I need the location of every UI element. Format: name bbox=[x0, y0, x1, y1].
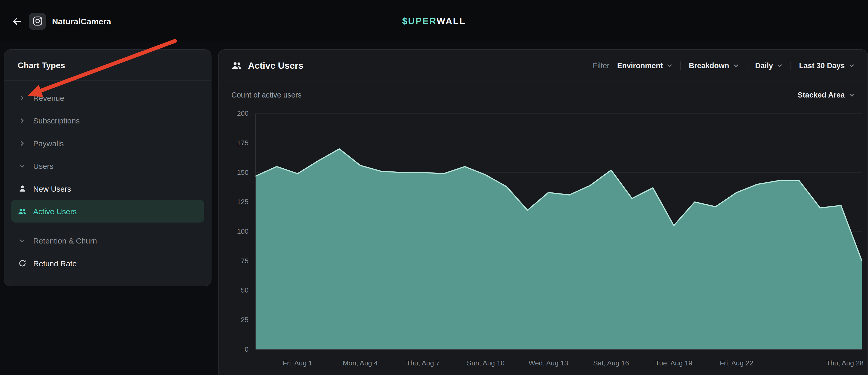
sidebar-item-label: Retention & Churn bbox=[33, 236, 97, 245]
chart-subheader: Count of active users Stacked Area bbox=[219, 82, 867, 109]
environment-dropdown[interactable]: Environment bbox=[617, 61, 673, 69]
page-title: Active Users bbox=[248, 60, 303, 71]
controls-divider bbox=[747, 61, 747, 69]
chart-panel: Active Users Filter Environment Breakdow… bbox=[218, 49, 868, 375]
sidebar-item-paywalls[interactable]: Paywalls bbox=[11, 132, 204, 155]
users-icon bbox=[18, 207, 26, 216]
sidebar-item-label: New Users bbox=[33, 184, 71, 193]
date-range-dropdown[interactable]: Last 30 Days bbox=[799, 61, 855, 69]
sidebar-item-label: Subscriptions bbox=[33, 116, 80, 125]
chevron-down-icon bbox=[667, 62, 673, 68]
users-icon bbox=[231, 61, 242, 70]
logo-suffix: WALL bbox=[437, 16, 466, 26]
filter-label: Filter bbox=[593, 61, 609, 69]
sidebar-item-active-users[interactable]: Active Users bbox=[11, 200, 204, 223]
chevron-right-icon bbox=[18, 116, 26, 125]
interval-dropdown[interactable]: Daily bbox=[755, 61, 783, 69]
back-button[interactable] bbox=[9, 13, 24, 29]
dropdown-label: Daily bbox=[755, 61, 773, 69]
controls-divider bbox=[681, 61, 681, 69]
dropdown-label: Last 30 Days bbox=[799, 61, 845, 69]
app-icon[interactable] bbox=[29, 12, 46, 30]
sidebar-item-label: Active Users bbox=[33, 207, 77, 216]
superwall-logo: $UPERWALL bbox=[402, 16, 466, 27]
arrow-left-icon bbox=[11, 16, 22, 27]
panel-title: Chart Types bbox=[4, 50, 211, 80]
dropdown-label: Breakdown bbox=[689, 61, 729, 69]
app-window: NaturalCamera $UPERWALL Chart Types Reve… bbox=[0, 0, 868, 375]
dropdown-label: Environment bbox=[617, 61, 663, 69]
chevron-down-icon bbox=[18, 161, 26, 170]
breakdown-dropdown[interactable]: Breakdown bbox=[689, 61, 739, 69]
sidebar-item-label: Paywalls bbox=[33, 139, 64, 148]
topbar: NaturalCamera $UPERWALL bbox=[0, 0, 868, 42]
user-icon bbox=[18, 184, 26, 193]
chevron-down-icon bbox=[848, 92, 855, 98]
chevron-down-icon bbox=[848, 62, 855, 68]
chart-types-nav: Revenue Subscriptions Paywalls Users bbox=[4, 81, 211, 282]
sidebar-item-refund-rate[interactable]: Refund Rate bbox=[11, 252, 204, 275]
dropdown-label: Stacked Area bbox=[798, 91, 845, 99]
sidebar-item-label: Refund Rate bbox=[33, 259, 77, 268]
chevron-down-icon bbox=[18, 236, 26, 245]
chart-types-panel: Chart Types Revenue Subscriptions Paywal… bbox=[4, 49, 212, 286]
sidebar-item-retention-churn[interactable]: Retention & Churn bbox=[11, 229, 204, 252]
chevron-right-icon bbox=[18, 93, 26, 102]
chevron-down-icon bbox=[733, 62, 739, 68]
sidebar-item-subscriptions[interactable]: Subscriptions bbox=[11, 109, 204, 132]
sidebar-item-users[interactable]: Users bbox=[11, 155, 204, 177]
logo-prefix: $UPER bbox=[402, 16, 437, 26]
chevron-down-icon bbox=[777, 62, 783, 68]
sidebar-item-label: Users bbox=[33, 161, 53, 170]
camera-icon bbox=[32, 16, 42, 26]
sidebar-item-new-users[interactable]: New Users bbox=[11, 177, 204, 200]
refresh-icon bbox=[18, 259, 26, 268]
app-name: NaturalCamera bbox=[52, 16, 111, 26]
sidebar-item-label: Revenue bbox=[33, 93, 64, 102]
chart-subtitle: Count of active users bbox=[231, 91, 302, 99]
chart-controls: Filter Environment Breakdown Daily La bbox=[593, 61, 855, 69]
controls-divider bbox=[791, 61, 791, 69]
chevron-right-icon bbox=[18, 139, 26, 148]
sidebar-item-revenue[interactable]: Revenue bbox=[11, 86, 204, 109]
chart-type-dropdown[interactable]: Stacked Area bbox=[798, 91, 855, 99]
chart-panel-header: Active Users Filter Environment Breakdow… bbox=[219, 50, 867, 81]
